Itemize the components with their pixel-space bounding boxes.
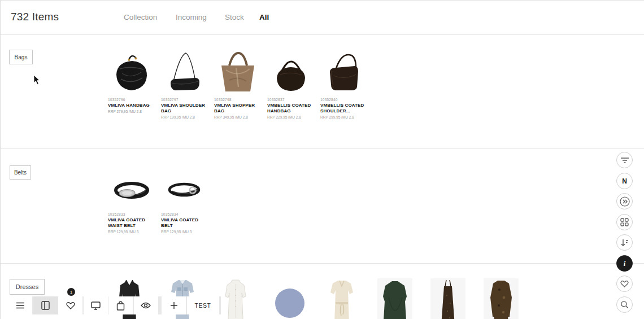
info-button[interactable]: i (616, 255, 633, 272)
color-swatch-circle[interactable] (271, 278, 306, 319)
sort-descending-icon (620, 239, 629, 247)
product-image-cream-wrap-dress[interactable] (324, 278, 359, 319)
product-card[interactable]: 10352834 VMLIVA COATED BELT RRP 129,95 /… (161, 169, 208, 234)
eye-icon (141, 302, 151, 309)
product-card[interactable]: 10352798 VMLIVA SHOPPER BAG RRP 349,95 /… (214, 49, 262, 119)
product-price: RRP 299,95 /MU 2.8 (320, 115, 368, 119)
hamburger-menu-icon (16, 302, 25, 309)
bag-handles (229, 53, 247, 65)
product-id: 10352796 (108, 98, 155, 102)
product-name: VMLIVA HANDBAG (108, 103, 155, 108)
product-image-coated-shoulder-bag (320, 49, 368, 96)
info-icon: i (624, 260, 626, 267)
product-name: VMLIVA COATED BELT (161, 217, 208, 229)
product-card[interactable]: 10352840 VMBELLIS COATED SHOULDER... RRP… (320, 49, 368, 119)
product-price: RRP 199,95 /MU 2.8 (161, 115, 208, 119)
product-name: VMLIVA SHOULDER BAG (161, 103, 208, 114)
add-button[interactable] (162, 296, 186, 314)
product-card[interactable]: 10352837 VMBELLIS COATED HANDBAG RRP 229… (267, 49, 315, 119)
tab-incoming[interactable]: Incoming (176, 13, 207, 21)
product-image-green-dress[interactable] (377, 278, 412, 319)
product-id: 10352798 (214, 98, 262, 102)
mouse-cursor-icon (33, 75, 41, 85)
heart-icon (66, 301, 75, 309)
product-card[interactable]: 10352833 VMLIVA COATED WAIST BELT RRP 12… (108, 169, 155, 234)
favorites-count-badge: 1 (67, 288, 75, 296)
product-image-patterned-dress[interactable] (484, 278, 519, 319)
product-name: VMLIVA COATED WAIST BELT (108, 217, 155, 229)
product-name: VMLIVA SHOPPER BAG (214, 103, 262, 114)
tab-all[interactable]: All (259, 13, 269, 21)
plus-icon (170, 301, 178, 309)
product-id: 10352837 (267, 98, 315, 102)
product-id: 10352833 (108, 212, 155, 216)
letter-n-icon: N (622, 177, 627, 185)
product-image-waist-belt (108, 169, 155, 211)
product-image-coated-handbag (267, 49, 315, 96)
tab-stock[interactable]: Stock (225, 13, 244, 21)
product-card[interactable]: 10352796 VMLIVA HANDBAG RRP 279,95 /MU 2… (108, 49, 155, 113)
header-divider (1, 34, 644, 35)
product-image-shoulder-bag (161, 49, 208, 96)
fast-forward-icon (619, 196, 630, 207)
page-title: 732 Items (11, 11, 59, 23)
category-chip-dresses[interactable]: Dresses (10, 279, 45, 295)
category-chip-belts[interactable]: Belts (10, 165, 31, 180)
search-button[interactable] (616, 296, 633, 313)
test-button[interactable]: TEST (187, 296, 219, 314)
product-name: VMBELLIS COATED HANDBAG (267, 103, 315, 114)
fast-forward-button[interactable] (616, 193, 633, 209)
section-divider (1, 263, 644, 264)
catalog-page: 732 Items Collection Incoming Stock All … (0, 0, 644, 319)
notes-button[interactable]: N (616, 173, 633, 189)
bottom-toolbar: TEST (8, 296, 221, 314)
shopping-bag-button[interactable] (108, 296, 133, 314)
favorites-panel-button[interactable] (616, 276, 633, 292)
eye-preview-button[interactable] (134, 296, 158, 314)
product-id: 10352840 (320, 98, 368, 102)
shopping-bag-icon (116, 301, 125, 311)
product-image-belt (161, 169, 208, 211)
sidebar-panel-icon (41, 301, 50, 310)
display-button[interactable] (84, 296, 108, 314)
heart-icon (620, 280, 629, 287)
product-price: RRP 229,95 /MU 2.8 (267, 115, 315, 119)
sort-button[interactable] (616, 234, 633, 251)
product-price: RRP 349,95 /MU 2.8 (214, 115, 262, 119)
grid-icon (620, 218, 629, 226)
product-name: VMBELLIS COATED SHOULDER... (320, 103, 368, 114)
tab-collection[interactable]: Collection (124, 13, 157, 21)
product-price: RRP 279,95 /MU 2.8 (108, 110, 155, 113)
product-image-white-dress[interactable] (218, 278, 253, 319)
product-image-shopper-bag (214, 49, 262, 96)
category-chip-bags[interactable]: Bags (9, 50, 33, 64)
monitor-icon (91, 301, 101, 310)
search-icon (620, 300, 629, 309)
filter-button[interactable] (616, 152, 633, 168)
product-image-handbag (108, 49, 155, 96)
product-price: RRP 129,95 /MU 3 (108, 230, 155, 234)
product-image-slip-dress[interactable] (430, 278, 465, 319)
grid-view-button[interactable] (616, 214, 633, 230)
menu-button[interactable] (8, 296, 32, 314)
section-divider (1, 148, 644, 149)
sidebar-panel-button[interactable] (33, 296, 58, 314)
product-card[interactable]: 10352797 VMLIVA SHOULDER BAG RRP 199,95 … (161, 49, 208, 119)
filter-icon (620, 157, 629, 164)
product-id: 10352834 (161, 212, 208, 216)
product-id: 10352797 (161, 98, 208, 102)
favorites-button[interactable] (58, 296, 82, 314)
product-price: RRP 129,95 /MU 3 (161, 230, 208, 234)
